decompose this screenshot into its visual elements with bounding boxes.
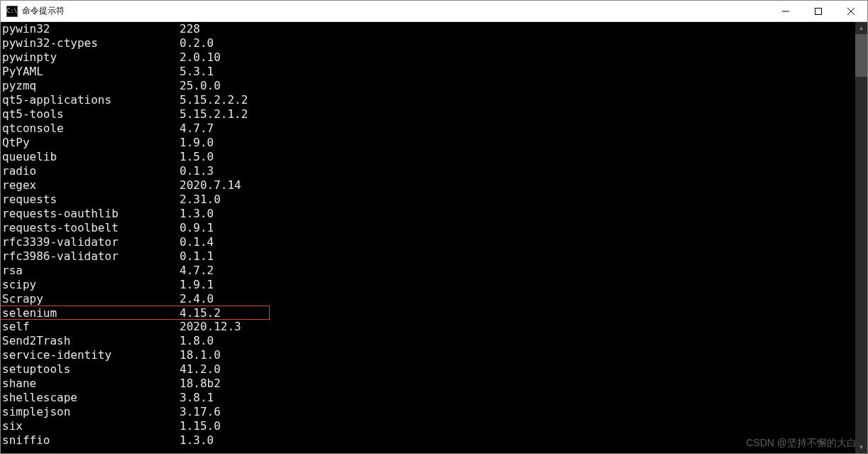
scroll-thumb[interactable] bbox=[855, 34, 867, 77]
package-name: queuelib bbox=[1, 150, 180, 164]
package-name: simplejson bbox=[1, 405, 180, 419]
package-row: service-identity18.1.0 bbox=[1, 348, 855, 362]
package-name: Scrapy bbox=[1, 292, 180, 306]
package-version: 1.15.0 bbox=[180, 419, 855, 433]
package-row: pywin32228 bbox=[1, 22, 855, 36]
package-row: regex2020.7.14 bbox=[1, 178, 855, 193]
package-name: pywinpty bbox=[1, 50, 180, 65]
package-row: rfc3339-validator0.1.4 bbox=[1, 235, 855, 249]
package-row: qt5-tools5.15.2.1.2 bbox=[1, 107, 855, 121]
package-version: 3.8.1 bbox=[180, 391, 855, 405]
package-row: Scrapy2.4.0 bbox=[1, 292, 855, 306]
package-name: regex bbox=[1, 178, 180, 193]
package-version: 18.1.0 bbox=[180, 348, 855, 362]
package-version: 1.9.1 bbox=[180, 278, 855, 292]
package-version: 0.9.1 bbox=[180, 221, 855, 235]
window-title: 命令提示符 bbox=[22, 5, 769, 17]
package-name: scipy bbox=[1, 278, 180, 292]
package-name: service-identity bbox=[1, 348, 180, 362]
package-version: 228 bbox=[180, 22, 855, 36]
package-version: 5.15.2.2.2 bbox=[180, 93, 855, 107]
vertical-scrollbar[interactable]: ▲ ▼ bbox=[855, 22, 867, 453]
package-version: 18.8b2 bbox=[180, 377, 855, 391]
package-version: 2.4.0 bbox=[180, 292, 855, 306]
package-name: selenium bbox=[1, 306, 180, 319]
command-prompt-window: C:\ 命令提示符 pywin32228pywin32-ctypes0.2.0p… bbox=[0, 0, 868, 454]
package-version: 0.1.1 bbox=[180, 249, 855, 264]
package-version: 2020.12.3 bbox=[180, 320, 855, 334]
package-row: requests2.31.0 bbox=[1, 193, 855, 207]
package-row: shane18.8b2 bbox=[1, 377, 855, 391]
svg-rect-1 bbox=[815, 8, 822, 14]
terminal-output[interactable]: pywin32228pywin32-ctypes0.2.0pywinpty2.0… bbox=[1, 22, 855, 453]
package-row: PyYAML5.3.1 bbox=[1, 65, 855, 79]
package-row: pywin32-ctypes0.2.0 bbox=[1, 36, 855, 50]
package-row: setuptools41.2.0 bbox=[1, 362, 855, 377]
package-row: selenium4.15.2 bbox=[1, 306, 270, 320]
package-name: shellescape bbox=[1, 391, 180, 405]
package-version: 1.5.0 bbox=[180, 150, 855, 164]
close-button[interactable] bbox=[835, 1, 867, 21]
package-row: Send2Trash1.8.0 bbox=[1, 334, 855, 348]
package-name: rfc3339-validator bbox=[1, 235, 180, 249]
package-name: rsa bbox=[1, 264, 180, 278]
package-row: requests-oauthlib1.3.0 bbox=[1, 207, 855, 221]
package-name: setuptools bbox=[1, 362, 180, 377]
package-name: requests bbox=[1, 193, 180, 207]
package-row: pyzmq25.0.0 bbox=[1, 79, 855, 93]
package-name: qt5-applications bbox=[1, 93, 180, 107]
scroll-down-icon[interactable]: ▼ bbox=[855, 441, 867, 453]
package-version: 1.3.0 bbox=[180, 207, 855, 221]
package-name: radio bbox=[1, 164, 180, 178]
package-version: 5.3.1 bbox=[180, 65, 855, 79]
package-version: 0.1.3 bbox=[180, 164, 855, 178]
package-version: 2020.7.14 bbox=[180, 178, 855, 193]
package-version: 0.1.4 bbox=[180, 235, 855, 249]
scroll-up-icon[interactable]: ▲ bbox=[855, 22, 867, 34]
package-row: pywinpty2.0.10 bbox=[1, 50, 855, 65]
titlebar[interactable]: C:\ 命令提示符 bbox=[1, 1, 867, 22]
package-row: rfc3986-validator0.1.1 bbox=[1, 249, 855, 264]
package-row: shellescape3.8.1 bbox=[1, 391, 855, 405]
app-icon: C:\ bbox=[6, 6, 18, 17]
package-row: qtconsole4.7.7 bbox=[1, 121, 855, 136]
package-version: 4.7.2 bbox=[180, 264, 855, 278]
package-version: 4.15.2 bbox=[180, 306, 269, 319]
package-name: Send2Trash bbox=[1, 334, 180, 348]
package-row: scipy1.9.1 bbox=[1, 278, 855, 292]
package-name: pywin32-ctypes bbox=[1, 36, 180, 50]
package-row: radio0.1.3 bbox=[1, 164, 855, 178]
package-row: simplejson3.17.6 bbox=[1, 405, 855, 419]
package-name: pyzmq bbox=[1, 79, 180, 93]
package-version: 4.7.7 bbox=[180, 121, 855, 136]
package-version: 0.2.0 bbox=[180, 36, 855, 50]
package-version: 5.15.2.1.2 bbox=[180, 107, 855, 121]
package-row: qt5-applications5.15.2.2.2 bbox=[1, 93, 855, 107]
window-controls bbox=[769, 1, 867, 21]
package-name: pywin32 bbox=[1, 22, 180, 36]
package-row: queuelib1.5.0 bbox=[1, 150, 855, 164]
terminal-area: pywin32228pywin32-ctypes0.2.0pywinpty2.0… bbox=[1, 22, 867, 453]
package-name: qt5-tools bbox=[1, 107, 180, 121]
package-version: 25.0.0 bbox=[180, 79, 855, 93]
package-name: requests-oauthlib bbox=[1, 207, 180, 221]
package-name: QtPy bbox=[1, 136, 180, 150]
package-row: rsa4.7.2 bbox=[1, 264, 855, 278]
package-version: 1.8.0 bbox=[180, 334, 855, 348]
package-name: self bbox=[1, 320, 180, 334]
maximize-button[interactable] bbox=[802, 1, 835, 21]
package-name: requests-toolbelt bbox=[1, 221, 180, 235]
package-version: 3.17.6 bbox=[180, 405, 855, 419]
package-version: 2.0.10 bbox=[180, 50, 855, 65]
package-row: self2020.12.3 bbox=[1, 320, 855, 334]
package-row: requests-toolbelt0.9.1 bbox=[1, 221, 855, 235]
package-name: sniffio bbox=[1, 433, 180, 448]
package-version: 41.2.0 bbox=[180, 362, 855, 377]
package-name: six bbox=[1, 419, 180, 433]
package-row: sniffio1.3.0 bbox=[1, 433, 855, 448]
package-row: six1.15.0 bbox=[1, 419, 855, 433]
package-row: QtPy1.9.0 bbox=[1, 136, 855, 150]
package-version: 2.31.0 bbox=[180, 193, 855, 207]
package-name: qtconsole bbox=[1, 121, 180, 136]
minimize-button[interactable] bbox=[769, 1, 802, 21]
